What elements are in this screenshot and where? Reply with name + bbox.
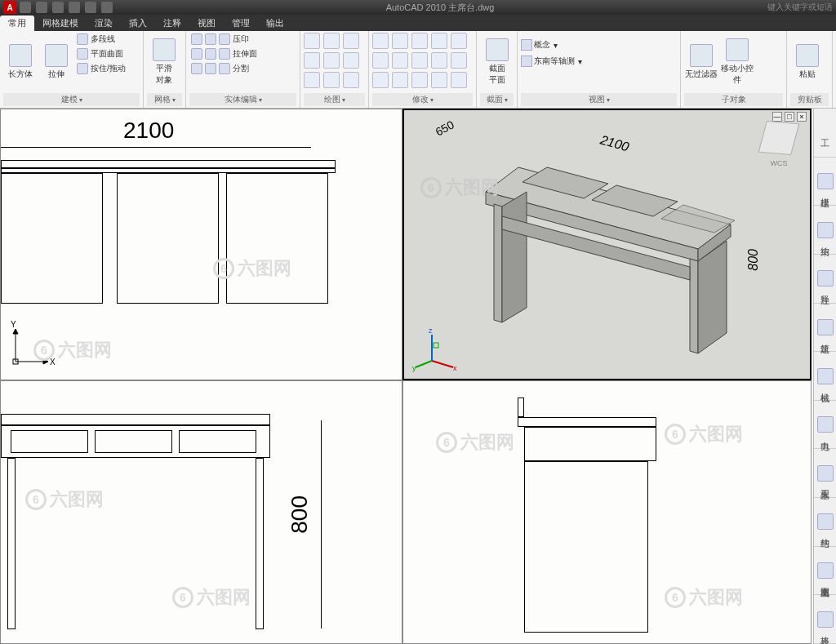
tab-annotate[interactable]: 注释 [155, 16, 189, 31]
fillet-icon[interactable] [392, 52, 408, 69]
array-icon[interactable] [431, 52, 447, 69]
app-menu-button[interactable]: A [3, 1, 16, 14]
scale-icon[interactable] [392, 72, 408, 88]
svg-text:y: y [412, 364, 416, 372]
qat-open-icon[interactable] [36, 2, 47, 13]
presspull-button[interactable]: 按住/拖动 [75, 62, 127, 75]
gizmo-icon [726, 38, 749, 61]
planar-icon [77, 48, 88, 60]
smooth-icon [153, 38, 176, 61]
tab-home[interactable]: 常用 [0, 16, 34, 31]
stretch-icon[interactable] [372, 72, 389, 88]
palette-tab-annotate[interactable]: 注释 [814, 255, 836, 304]
palette-tab-elec[interactable]: 电力 [814, 401, 836, 450]
viewport-top-left[interactable]: 2100 XY 6六图网 6六图网 [0, 109, 402, 380]
qat-undo-icon[interactable] [69, 2, 80, 13]
tab-output[interactable]: 输出 [258, 16, 292, 31]
viewport-bottom-right[interactable]: 6六图网 6六图网 6六图网 [402, 380, 812, 644]
qat-redo-icon[interactable] [85, 2, 96, 13]
polyline-button[interactable]: 多段线 [75, 33, 127, 46]
viewport-bottom-left[interactable]: 800 6六图网 6六图网 [0, 380, 402, 644]
tab-render[interactable]: 渲染 [87, 16, 121, 31]
move-gizmo-button[interactable]: 移动小控件 [720, 33, 754, 91]
box-button[interactable]: 长方体 [3, 33, 38, 91]
dim-height: 800 [287, 495, 313, 534]
tab-mesh-modeling[interactable]: 网格建模 [34, 16, 87, 31]
panel-mesh-title[interactable]: 网格 [147, 93, 182, 106]
view-preset-dropdown[interactable]: 东南等轴测▾ [521, 56, 582, 67]
tab-manage[interactable]: 管理 [224, 16, 258, 31]
panel-clipboard-title: 剪贴板 [790, 93, 829, 106]
palette-tab-modeling[interactable]: 建模 [814, 158, 836, 207]
offset-icon[interactable] [451, 52, 467, 69]
window-title: AutoCAD 2010 主席台.dwg [386, 2, 495, 14]
chamfer-icon[interactable] [431, 72, 447, 88]
rectangle-icon[interactable] [343, 52, 359, 69]
qat-print-icon[interactable] [101, 2, 113, 13]
visual-style-dropdown[interactable]: 概念▾ [521, 39, 558, 51]
panel-view-title[interactable]: 视图 [521, 93, 677, 106]
tab-view[interactable]: 视图 [189, 16, 224, 31]
viewport-top-right-active[interactable]: — □ × WCS [402, 109, 812, 380]
svg-marker-1 [43, 359, 48, 364]
search-box[interactable]: 键入关键字或短语 [767, 2, 833, 13]
trim-icon[interactable] [431, 33, 447, 49]
box-icon [9, 44, 32, 67]
align-icon[interactable] [411, 72, 428, 88]
smooth-object-button[interactable]: 平滑 对象 [147, 33, 181, 91]
line-icon[interactable] [304, 33, 320, 49]
paste-button[interactable]: 粘贴 [790, 33, 825, 91]
svg-marker-13 [690, 259, 698, 353]
extrude-button[interactable]: 拉伸 [39, 33, 73, 91]
drawing-area[interactable]: 2100 XY 6六图网 6六图网 — □ × WCS [0, 109, 813, 644]
palette-tab-mech[interactable]: 机械 [814, 352, 836, 401]
region-icon[interactable] [323, 72, 340, 88]
point-icon[interactable] [304, 72, 320, 88]
section-plane-button[interactable]: 截面 平面 [480, 33, 514, 91]
panel-subobj-title: 子对象 [684, 93, 783, 106]
no-filter-button[interactable]: 无过滤器 [684, 33, 718, 91]
palette-tab-hatch[interactable]: 图案填充 [814, 547, 836, 596]
viewcube[interactable]: WCS [754, 117, 803, 182]
palette-tab-arch[interactable]: 建筑 [814, 304, 836, 353]
qat-save-icon[interactable] [52, 2, 64, 13]
helix-icon[interactable] [343, 72, 359, 88]
panel-section-title[interactable]: 截面 [480, 93, 514, 106]
spline-icon[interactable] [304, 52, 320, 69]
move-icon[interactable] [372, 33, 389, 49]
draw-tools-grid [304, 33, 361, 90]
arc-icon[interactable] [343, 33, 359, 49]
view-preset-icon [521, 56, 532, 67]
palette-tab-0[interactable]: 工 [814, 109, 836, 158]
explode-icon[interactable] [411, 52, 428, 69]
qat-new-icon[interactable] [20, 2, 31, 13]
extrude-face-button[interactable]: 压印 [189, 33, 259, 46]
mirror-icon[interactable] [372, 52, 389, 69]
palette-tab-table[interactable]: 表格 [814, 595, 836, 644]
extrude-face-row[interactable]: 拉伸面 [189, 47, 259, 60]
panel-modify-title[interactable]: 修改 [372, 93, 473, 106]
viewcube-cube-icon[interactable] [758, 121, 800, 155]
circle-icon[interactable] [323, 33, 340, 49]
palette-tab-struct[interactable]: 结构 [814, 498, 836, 547]
ellipse-icon[interactable] [323, 52, 340, 69]
rotate-icon[interactable] [411, 33, 428, 49]
break-icon[interactable] [451, 72, 467, 88]
tab-insert[interactable]: 插入 [121, 16, 155, 31]
palette-tab-civil[interactable]: 土木工程 [814, 449, 836, 498]
svg-marker-14 [698, 241, 727, 353]
paste-icon [796, 44, 819, 67]
planar-surface-button[interactable]: 平面曲面 [75, 47, 127, 60]
separate-button[interactable]: 分割 [189, 62, 259, 75]
title-bar: A AutoCAD 2010 主席台.dwg 键入关键字或短语 [0, 0, 836, 15]
copy-icon[interactable] [392, 33, 408, 49]
erase-icon[interactable] [451, 33, 467, 49]
palette-tab-constraint[interactable]: 约束 [814, 206, 836, 255]
panel-solidedit-title[interactable]: 实体编辑 [189, 93, 296, 106]
ucs-3d-icon: x y z [412, 328, 458, 374]
extrude-icon [45, 44, 68, 67]
ribbon: 长方体 拉伸 多段线 平面曲面 按住/拖动 建模 平滑 对象 网格 压印 拉伸面… [0, 31, 836, 109]
panel-modeling-title[interactable]: 建模 [3, 93, 140, 106]
panel-draw-title[interactable]: 绘图 [304, 93, 365, 106]
presspull-icon [77, 63, 88, 74]
